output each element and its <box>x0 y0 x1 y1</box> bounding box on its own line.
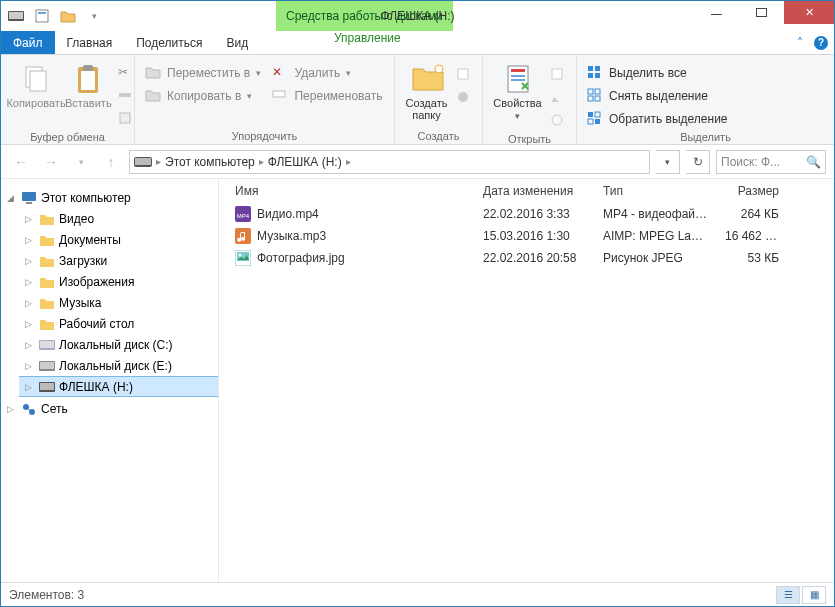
chevron-right-icon[interactable]: ▷ <box>25 340 35 350</box>
tree-drive-c[interactable]: ▷Локальный диск (C:) <box>19 334 218 355</box>
svg-rect-37 <box>26 202 32 204</box>
close-button[interactable]: ✕ <box>784 1 834 24</box>
nav-tree[interactable]: ◢ Этот компьютер ▷Видео ▷Документы ▷Загр… <box>1 179 219 582</box>
copy-to-button[interactable]: Копировать в ▾ <box>141 86 268 106</box>
tree-pictures[interactable]: ▷Изображения <box>19 271 218 292</box>
chevron-right-icon[interactable]: ▸ <box>259 156 264 167</box>
breadcrumb[interactable]: ▸ Этот компьютер ▸ ФЛЕШКА (H:) ▸ <box>129 150 650 174</box>
search-input[interactable]: Поиск: Ф...🔍 <box>716 150 826 174</box>
nav-forward-button[interactable]: → <box>39 150 63 174</box>
new-folder-button[interactable]: Создать папку <box>401 59 452 121</box>
edit-button[interactable] <box>546 88 570 108</box>
tree-network[interactable]: ▷ Сеть <box>1 398 218 419</box>
tab-view[interactable]: Вид <box>214 31 260 54</box>
invert-selection-button[interactable]: Обратить выделение <box>583 109 732 129</box>
chevron-right-icon[interactable]: ▷ <box>25 382 35 392</box>
svg-rect-27 <box>595 89 600 94</box>
qat-properties-icon[interactable] <box>31 5 53 27</box>
col-size[interactable]: Размер <box>717 184 787 198</box>
open-button[interactable] <box>546 65 570 85</box>
svg-rect-39 <box>40 341 54 348</box>
chevron-right-icon[interactable]: ▸ <box>346 156 351 167</box>
tab-file[interactable]: Файл <box>1 31 55 54</box>
copy-button[interactable]: Копировать <box>7 59 65 109</box>
computer-icon <box>21 190 37 206</box>
svg-rect-36 <box>22 192 36 201</box>
invert-icon <box>587 111 603 127</box>
address-dropdown-button[interactable]: ▾ <box>656 150 680 174</box>
file-icon <box>235 228 251 244</box>
file-row[interactable]: MP4Видио.mp422.02.2016 3:33MP4 - видеофа… <box>219 203 834 225</box>
paste-button[interactable]: Вставить <box>65 59 112 109</box>
tree-downloads[interactable]: ▷Загрузки <box>19 250 218 271</box>
file-list[interactable]: Имя Дата изменения Тип Размер MP4Видио.m… <box>219 179 834 582</box>
crumb-current[interactable]: ФЛЕШКА (H:) <box>268 155 342 169</box>
copy-label: Копировать <box>6 97 65 109</box>
tree-drive-e[interactable]: ▷Локальный диск (E:) <box>19 355 218 376</box>
chevron-right-icon[interactable]: ▷ <box>25 235 35 245</box>
file-size: 16 462 КБ <box>717 229 787 243</box>
svg-rect-33 <box>595 119 600 124</box>
file-row[interactable]: Музыка.mp315.03.2016 1:30AIMP: MPEG Laye… <box>219 225 834 247</box>
chevron-right-icon[interactable]: ▷ <box>25 319 35 329</box>
folder-icon <box>39 316 55 332</box>
svg-point-21 <box>552 115 562 125</box>
tree-videos[interactable]: ▷Видео <box>19 208 218 229</box>
maximize-button[interactable] <box>739 1 784 24</box>
chevron-right-icon[interactable]: ▷ <box>25 298 35 308</box>
delete-button[interactable]: ✕Удалить ▾ <box>268 63 388 83</box>
properties-button[interactable]: Свойства ▾ <box>489 59 546 121</box>
view-icons-button[interactable]: ▦ <box>802 586 826 604</box>
tab-home[interactable]: Главная <box>55 31 125 54</box>
col-date[interactable]: Дата изменения <box>475 184 595 198</box>
rename-icon <box>272 88 288 104</box>
chevron-right-icon[interactable]: ▷ <box>7 404 17 414</box>
svg-rect-43 <box>40 383 54 390</box>
rename-button[interactable]: Переименовать <box>268 86 388 106</box>
qat-dropdown-icon[interactable]: ▾ <box>83 5 105 27</box>
ribbon: Копировать Вставить ✂ Буфер обмена Перем… <box>1 55 834 145</box>
file-date: 15.03.2016 1:30 <box>475 229 595 243</box>
col-type[interactable]: Тип <box>595 184 717 198</box>
chevron-right-icon[interactable]: ▷ <box>25 277 35 287</box>
qat-newfolder-icon[interactable] <box>57 5 79 27</box>
history-button[interactable] <box>546 111 570 131</box>
easy-access-button[interactable] <box>452 88 476 108</box>
tree-music[interactable]: ▷Музыка <box>19 292 218 313</box>
moveto-icon <box>145 65 161 81</box>
file-type: Рисунок JPEG <box>595 251 717 265</box>
select-all-button[interactable]: Выделить все <box>583 63 732 83</box>
svg-point-52 <box>239 254 242 257</box>
file-row[interactable]: Фотография.jpg22.02.2016 20:58Рисунок JP… <box>219 247 834 269</box>
deselect-button[interactable]: Снять выделение <box>583 86 732 106</box>
minimize-button[interactable]: — <box>694 1 739 24</box>
tab-share[interactable]: Поделиться <box>124 31 214 54</box>
chevron-right-icon[interactable]: ▷ <box>25 256 35 266</box>
move-to-button[interactable]: Переместить в ▾ <box>141 63 268 83</box>
nav-recent-button[interactable]: ▾ <box>69 150 93 174</box>
help-icon[interactable]: ? <box>814 36 828 50</box>
svg-text:MP4: MP4 <box>237 213 250 219</box>
chevron-right-icon[interactable]: ▸ <box>156 156 161 167</box>
view-details-button[interactable]: ☰ <box>776 586 800 604</box>
tab-manage[interactable]: Управление <box>322 31 413 45</box>
nav-up-button[interactable]: ↑ <box>99 150 123 174</box>
col-name[interactable]: Имя <box>219 184 475 198</box>
svg-rect-14 <box>458 69 468 79</box>
svg-rect-18 <box>511 75 525 77</box>
tree-desktop[interactable]: ▷Рабочий стол <box>19 313 218 334</box>
crumb-this-pc[interactable]: Этот компьютер <box>165 155 255 169</box>
chevron-right-icon[interactable]: ▷ <box>25 214 35 224</box>
tree-documents[interactable]: ▷Документы <box>19 229 218 250</box>
ribbon-collapse-icon[interactable]: ˄ <box>792 35 808 51</box>
chevron-right-icon[interactable]: ▷ <box>25 361 35 371</box>
new-item-icon <box>456 67 472 83</box>
nav-back-button[interactable]: ← <box>9 150 33 174</box>
tree-this-pc[interactable]: ◢ Этот компьютер <box>1 187 218 208</box>
history-icon <box>550 113 566 129</box>
tree-drive-h[interactable]: ▷ФЛЕШКА (H:) <box>19 376 218 397</box>
new-item-button[interactable] <box>452 65 476 85</box>
refresh-button[interactable]: ↻ <box>686 150 710 174</box>
system-menu-icon[interactable] <box>5 5 27 27</box>
chevron-down-icon[interactable]: ◢ <box>7 193 17 203</box>
